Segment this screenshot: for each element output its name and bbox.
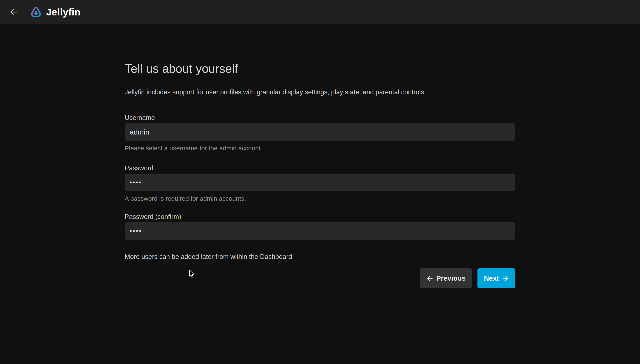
next-button-label: Next xyxy=(484,274,499,282)
jellyfin-logo-icon xyxy=(30,5,42,19)
password-confirm-label: Password (confirm) xyxy=(125,213,515,220)
username-label: Username xyxy=(125,114,515,122)
password-confirm-input[interactable] xyxy=(125,222,515,240)
password-field-group: Password A password is required for admi… xyxy=(125,164,515,202)
more-users-note: More users can be added later from withi… xyxy=(125,253,515,261)
app-title: Jellyfin xyxy=(46,6,81,18)
arrow-left-icon xyxy=(426,275,433,282)
previous-button-label: Previous xyxy=(436,274,466,282)
next-button[interactable]: Next xyxy=(477,268,515,288)
arrow-right-icon xyxy=(502,275,509,282)
setup-wizard-page: { "header": { "app_name": "Jellyfin" }, … xyxy=(0,0,640,364)
arrow-left-icon xyxy=(9,7,19,17)
app-header: Jellyfin xyxy=(0,0,640,24)
password-helper-text: A password is required for admin account… xyxy=(125,195,515,202)
password-input[interactable] xyxy=(125,174,515,191)
page-title: Tell us about yourself xyxy=(125,61,515,76)
previous-button[interactable]: Previous xyxy=(420,268,472,288)
username-input[interactable] xyxy=(125,123,515,141)
password-label: Password xyxy=(125,164,515,172)
page-description: Jellyfin includes support for user profi… xyxy=(125,88,515,97)
username-field-group: Username Please select a username for th… xyxy=(125,114,515,152)
username-helper-text: Please select a username for the admin a… xyxy=(125,144,515,152)
password-confirm-field-group: Password (confirm) xyxy=(125,213,515,240)
wizard-user-form: Tell us about yourself Jellyfin includes… xyxy=(125,24,515,288)
back-button[interactable] xyxy=(6,4,22,20)
wizard-nav-buttons: Previous Next xyxy=(125,268,515,288)
